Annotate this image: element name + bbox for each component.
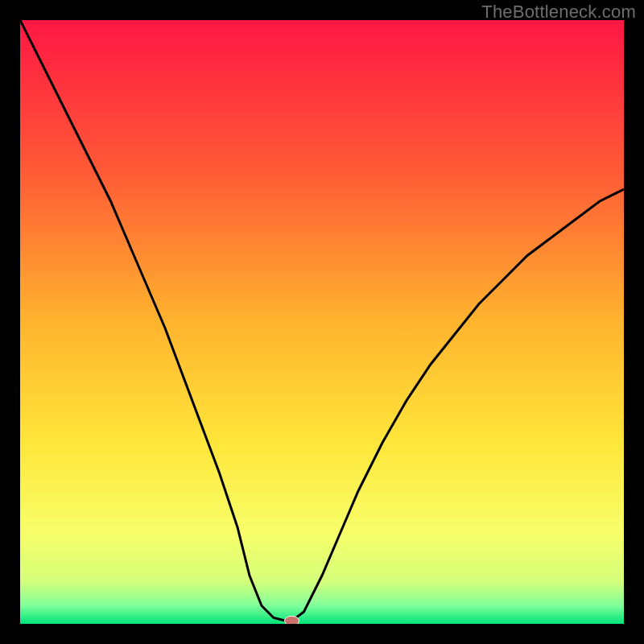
optimal-point-marker [285, 616, 299, 624]
gradient-background [20, 20, 624, 624]
outer-frame: TheBottleneck.com [0, 0, 644, 644]
chart-plot-area [20, 20, 624, 624]
chart-svg [20, 20, 624, 624]
